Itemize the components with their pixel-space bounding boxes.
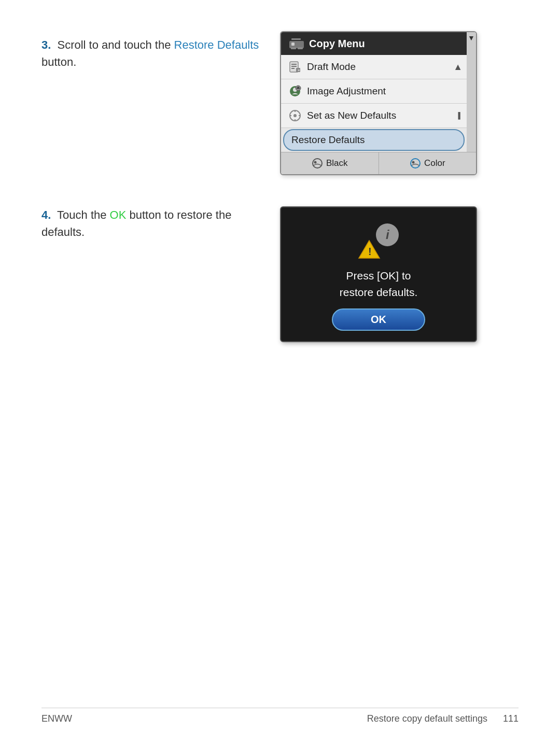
screen-with-scroll: Copy Menu [281, 32, 476, 152]
page-footer: ENWW Restore copy default settings 111 [41, 708, 519, 724]
step3-text-before: Scroll to and touch the [57, 38, 174, 51]
footer-page-number: 111 [503, 713, 519, 724]
svg-point-24 [411, 159, 420, 168]
svg-text:!: ! [368, 246, 372, 257]
svg-point-25 [412, 161, 414, 164]
info-circle-icon: i [375, 223, 399, 247]
dialog-icons: ! i [358, 223, 399, 259]
dialog-ok-button[interactable]: OK [332, 308, 425, 331]
step3-row: 3. Scroll to and touch the Restore Defau… [41, 31, 519, 175]
page: 3. Scroll to and touch the Restore Defau… [0, 0, 560, 745]
draft-mode-icon: ≡ [288, 60, 302, 74]
screen-header: Copy Menu [281, 32, 467, 55]
dialog-message-line2: restore defaults. [340, 284, 418, 301]
color-button-icon [410, 158, 421, 169]
copy-menu-icon [289, 37, 304, 50]
svg-point-17 [293, 114, 297, 117]
svg-rect-3 [291, 47, 296, 49]
scroll-up-button[interactable]: ▼ [468, 34, 475, 41]
screen-col-1: Copy Menu [280, 31, 519, 175]
footer-left: ENWW [41, 713, 72, 724]
set-defaults-indicator: ▌ [458, 112, 463, 119]
svg-point-22 [313, 159, 322, 168]
step4-text-before: Touch the [57, 208, 110, 221]
svg-rect-2 [291, 43, 295, 46]
screen-col-2: ! i Press [OK] to restore defaults. [280, 201, 519, 342]
menu-item-draft-mode[interactable]: ≡ Draft Mode ▲ [281, 55, 467, 79]
black-button[interactable]: Black [281, 152, 379, 174]
color-button[interactable]: Color [379, 152, 477, 174]
step4-text: 4. Touch the OK button to restore the de… [41, 206, 259, 241]
svg-rect-0 [291, 38, 301, 40]
draft-mode-label: Draft Mode [307, 61, 356, 73]
step3-text-col: 3. Scroll to and touch the Restore Defau… [41, 31, 259, 71]
image-adjustment-icon [288, 85, 302, 98]
set-defaults-icon [288, 109, 302, 122]
svg-text:≡: ≡ [298, 68, 300, 72]
step4-row: 4. Touch the OK button to restore the de… [41, 201, 519, 342]
step3-link[interactable]: Restore Defaults [174, 38, 259, 51]
footer-right: Restore copy default settings 111 [367, 713, 519, 724]
restore-defaults-label: Restore Defaults [291, 134, 365, 146]
content-area: 3. Scroll to and touch the Restore Defau… [41, 31, 519, 342]
step3-text: 3. Scroll to and touch the Restore Defau… [41, 36, 259, 71]
svg-rect-4 [298, 47, 303, 49]
step4-number: 4. [41, 208, 51, 221]
copy-menu-screen: Copy Menu [280, 31, 477, 175]
step4-ok-link: OK [110, 208, 127, 221]
step3-text-after: button. [41, 55, 76, 68]
step4-text-col: 4. Touch the OK button to restore the de… [41, 201, 259, 241]
svg-rect-15 [297, 88, 300, 89]
set-defaults-label: Set as New Defaults [307, 110, 396, 121]
step3-number: 3. [41, 38, 51, 51]
screen-menu-area: Copy Menu [281, 32, 467, 152]
dialog-message: Press [OK] to restore defaults. [340, 268, 418, 300]
black-button-icon [312, 158, 323, 169]
svg-point-23 [314, 161, 316, 164]
bottom-buttons: Black Color [281, 152, 476, 174]
draft-mode-arrow-up: ▲ [453, 62, 463, 73]
footer-section-title: Restore copy default settings [367, 713, 487, 724]
image-adjustment-label: Image Adjustment [307, 86, 386, 97]
menu-item-image-adjustment[interactable]: Image Adjustment [281, 79, 467, 104]
dialog-screen: ! i Press [OK] to restore defaults. [280, 206, 477, 342]
black-button-label: Black [326, 158, 348, 168]
copy-menu-title: Copy Menu [309, 38, 365, 50]
dialog-message-line1: Press [OK] to [340, 268, 418, 284]
screen-scrollbar[interactable]: ▼ [467, 32, 476, 152]
menu-item-restore-defaults[interactable]: Restore Defaults [283, 129, 465, 151]
color-button-label: Color [424, 158, 445, 168]
menu-item-set-defaults[interactable]: Set as New Defaults ▌ [281, 104, 467, 128]
